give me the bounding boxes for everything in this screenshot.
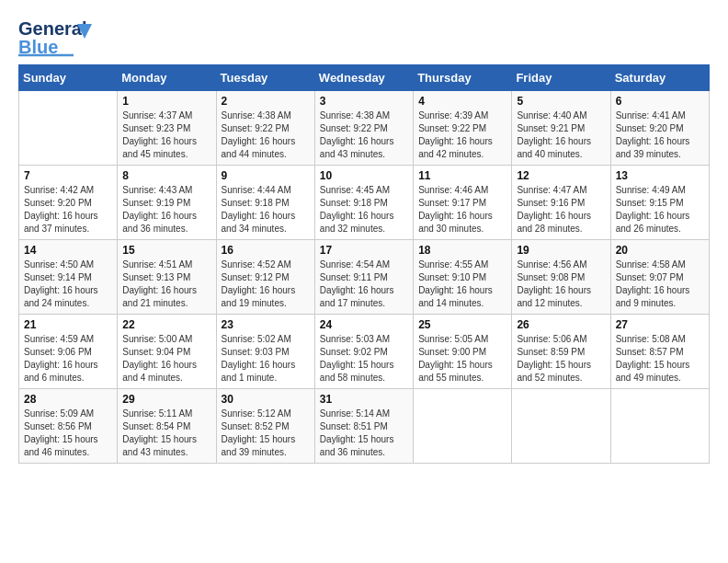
calendar-cell: 21Sunrise: 4:59 AMSunset: 9:06 PMDayligh… [19, 315, 118, 389]
day-number: 1 [122, 95, 210, 108]
calendar-week-row: 7Sunrise: 4:42 AMSunset: 9:20 PMDaylight… [19, 166, 710, 240]
day-info: Sunrise: 5:09 AMSunset: 8:56 PMDaylight:… [24, 408, 112, 459]
day-of-week-header: Monday [118, 65, 216, 91]
calendar-cell: 16Sunrise: 4:52 AMSunset: 9:12 PMDayligh… [216, 240, 314, 315]
day-of-week-header: Saturday [610, 65, 709, 91]
calendar-cell [610, 389, 709, 464]
day-info: Sunrise: 4:58 AMSunset: 9:07 PMDaylight:… [616, 259, 704, 310]
day-number: 19 [517, 244, 605, 257]
calendar-cell [414, 389, 512, 464]
logo-svg: General Blue [18, 15, 101, 59]
day-number: 25 [418, 318, 506, 331]
days-header-row: SundayMondayTuesdayWednesdayThursdayFrid… [19, 65, 710, 91]
day-info: Sunrise: 5:11 AMSunset: 8:54 PMDaylight:… [122, 408, 210, 459]
day-number: 8 [122, 169, 210, 182]
day-number: 10 [320, 169, 408, 182]
day-number: 30 [222, 393, 310, 406]
day-number: 26 [517, 318, 605, 331]
day-number: 6 [616, 95, 704, 108]
calendar-cell: 14Sunrise: 4:50 AMSunset: 9:14 PMDayligh… [19, 240, 118, 315]
day-info: Sunrise: 4:43 AMSunset: 9:19 PMDaylight:… [122, 184, 210, 236]
day-number: 23 [222, 318, 310, 331]
day-number: 11 [418, 169, 506, 182]
calendar-cell: 29Sunrise: 5:11 AMSunset: 8:54 PMDayligh… [118, 389, 216, 464]
day-info: Sunrise: 4:42 AMSunset: 9:20 PMDaylight:… [24, 184, 112, 236]
calendar-cell: 19Sunrise: 4:56 AMSunset: 9:08 PMDayligh… [512, 240, 610, 315]
day-number: 20 [616, 244, 704, 257]
day-info: Sunrise: 4:47 AMSunset: 9:16 PMDaylight:… [517, 184, 605, 236]
day-of-week-header: Wednesday [314, 65, 413, 91]
day-number: 31 [320, 393, 408, 406]
calendar-week-row: 14Sunrise: 4:50 AMSunset: 9:14 PMDayligh… [19, 240, 710, 315]
day-number: 5 [517, 95, 605, 108]
calendar-week-row: 28Sunrise: 5:09 AMSunset: 8:56 PMDayligh… [19, 389, 710, 464]
calendar-cell: 18Sunrise: 4:55 AMSunset: 9:10 PMDayligh… [414, 240, 512, 315]
day-number: 4 [418, 95, 506, 108]
day-number: 12 [517, 169, 605, 182]
calendar-header: SundayMondayTuesdayWednesdayThursdayFrid… [19, 65, 710, 91]
day-info: Sunrise: 4:37 AMSunset: 9:23 PMDaylight:… [122, 109, 210, 161]
day-info: Sunrise: 4:45 AMSunset: 9:18 PMDaylight:… [320, 184, 408, 236]
day-info: Sunrise: 4:54 AMSunset: 9:11 PMDaylight:… [320, 259, 408, 310]
day-info: Sunrise: 5:08 AMSunset: 8:57 PMDaylight:… [616, 333, 704, 385]
day-info: Sunrise: 5:03 AMSunset: 9:02 PMDaylight:… [320, 333, 408, 385]
day-of-week-header: Thursday [414, 65, 512, 91]
day-number: 3 [320, 95, 408, 108]
day-number: 17 [320, 244, 408, 257]
calendar-cell: 11Sunrise: 4:46 AMSunset: 9:17 PMDayligh… [414, 166, 512, 240]
day-info: Sunrise: 4:38 AMSunset: 9:22 PMDaylight:… [222, 109, 310, 161]
day-info: Sunrise: 5:02 AMSunset: 9:03 PMDaylight:… [222, 333, 310, 385]
day-info: Sunrise: 5:12 AMSunset: 8:52 PMDaylight:… [222, 408, 310, 459]
calendar-cell: 13Sunrise: 4:49 AMSunset: 9:15 PMDayligh… [610, 166, 709, 240]
day-of-week-header: Sunday [19, 65, 118, 91]
day-info: Sunrise: 4:56 AMSunset: 9:08 PMDaylight:… [517, 259, 605, 310]
calendar-cell: 31Sunrise: 5:14 AMSunset: 8:51 PMDayligh… [314, 389, 413, 464]
calendar-cell: 26Sunrise: 5:06 AMSunset: 8:59 PMDayligh… [512, 315, 610, 389]
day-info: Sunrise: 4:51 AMSunset: 9:13 PMDaylight:… [122, 259, 210, 310]
day-number: 22 [122, 318, 210, 331]
day-number: 9 [222, 169, 310, 182]
day-info: Sunrise: 4:52 AMSunset: 9:12 PMDaylight:… [222, 259, 310, 310]
calendar-cell: 12Sunrise: 4:47 AMSunset: 9:16 PMDayligh… [512, 166, 610, 240]
calendar-cell: 10Sunrise: 4:45 AMSunset: 9:18 PMDayligh… [314, 166, 413, 240]
calendar-cell: 7Sunrise: 4:42 AMSunset: 9:20 PMDaylight… [19, 166, 118, 240]
calendar-cell: 17Sunrise: 4:54 AMSunset: 9:11 PMDayligh… [314, 240, 413, 315]
day-info: Sunrise: 4:59 AMSunset: 9:06 PMDaylight:… [24, 333, 112, 385]
day-number: 7 [24, 169, 112, 182]
calendar-cell: 15Sunrise: 4:51 AMSunset: 9:13 PMDayligh… [118, 240, 216, 315]
day-number: 2 [222, 95, 310, 108]
day-of-week-header: Tuesday [216, 65, 314, 91]
day-number: 15 [122, 244, 210, 257]
day-number: 27 [616, 318, 704, 331]
day-info: Sunrise: 4:38 AMSunset: 9:22 PMDaylight:… [320, 109, 408, 161]
calendar-cell: 30Sunrise: 5:12 AMSunset: 8:52 PMDayligh… [216, 389, 314, 464]
day-info: Sunrise: 4:39 AMSunset: 9:22 PMDaylight:… [418, 109, 506, 161]
calendar-cell: 5Sunrise: 4:40 AMSunset: 9:21 PMDaylight… [512, 91, 610, 166]
day-info: Sunrise: 5:06 AMSunset: 8:59 PMDaylight:… [517, 333, 605, 385]
calendar-table: SundayMondayTuesdayWednesdayThursdayFrid… [18, 64, 710, 464]
calendar-cell: 8Sunrise: 4:43 AMSunset: 9:19 PMDaylight… [118, 166, 216, 240]
day-info: Sunrise: 4:49 AMSunset: 9:15 PMDaylight:… [616, 184, 704, 236]
day-number: 13 [616, 169, 704, 182]
calendar-cell: 22Sunrise: 5:00 AMSunset: 9:04 PMDayligh… [118, 315, 216, 389]
calendar-cell: 23Sunrise: 5:02 AMSunset: 9:03 PMDayligh… [216, 315, 314, 389]
day-number: 29 [122, 393, 210, 406]
page: General Blue SundayMondayTuesdayWednesda… [0, 0, 728, 563]
calendar-body: 1Sunrise: 4:37 AMSunset: 9:23 PMDaylight… [19, 91, 710, 464]
day-number: 16 [222, 244, 310, 257]
svg-text:General: General [18, 18, 86, 39]
calendar-cell: 9Sunrise: 4:44 AMSunset: 9:18 PMDaylight… [216, 166, 314, 240]
day-number: 28 [24, 393, 112, 406]
calendar-cell: 27Sunrise: 5:08 AMSunset: 8:57 PMDayligh… [610, 315, 709, 389]
logo: General Blue [18, 15, 101, 59]
day-of-week-header: Friday [512, 65, 610, 91]
calendar-cell [512, 389, 610, 464]
calendar-cell: 20Sunrise: 4:58 AMSunset: 9:07 PMDayligh… [610, 240, 709, 315]
calendar-cell: 2Sunrise: 4:38 AMSunset: 9:22 PMDaylight… [216, 91, 314, 166]
day-info: Sunrise: 4:55 AMSunset: 9:10 PMDaylight:… [418, 259, 506, 310]
header: General Blue [18, 15, 710, 59]
day-number: 24 [320, 318, 408, 331]
day-info: Sunrise: 5:00 AMSunset: 9:04 PMDaylight:… [122, 333, 210, 385]
day-number: 14 [24, 244, 112, 257]
calendar-cell: 6Sunrise: 4:41 AMSunset: 9:20 PMDaylight… [610, 91, 709, 166]
